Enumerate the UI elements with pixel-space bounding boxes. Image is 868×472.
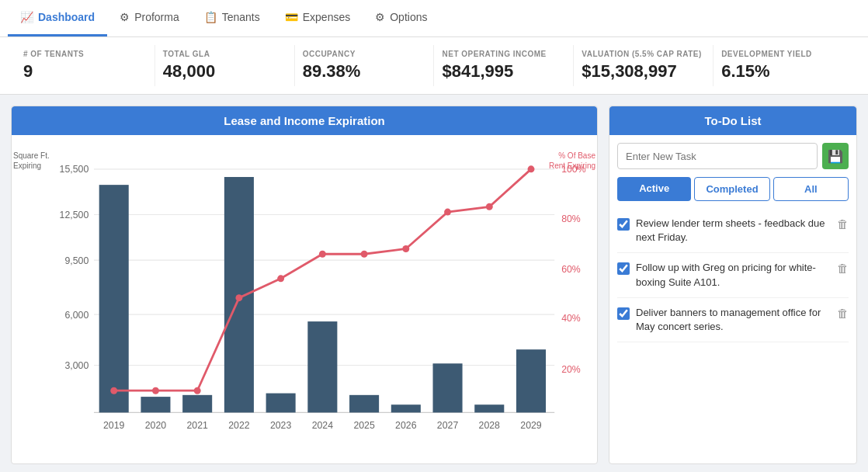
svg-text:2020: 2020 xyxy=(145,420,167,431)
line-dot-2024 xyxy=(319,251,326,258)
svg-text:80%: 80% xyxy=(561,213,581,224)
dashboard-icon: 📈 xyxy=(20,11,33,23)
todo-tabs: Active Completed All xyxy=(609,177,856,209)
stat-noi: NET OPERATING INCOME $841,995 xyxy=(434,45,574,86)
proforma-icon: ⚙ xyxy=(120,11,130,23)
todo-item: Review lender term sheets - feedback due… xyxy=(617,209,849,253)
stat-gla-value: 48,000 xyxy=(163,61,286,82)
bar-2024 xyxy=(307,321,337,412)
chart-panel: Lease and Income Expiration Square Ft.Ex… xyxy=(11,106,598,464)
line-dot-2022 xyxy=(235,294,242,301)
svg-text:60%: 60% xyxy=(561,264,581,275)
stat-valuation: VALUATION (5.5% CAP RATE) $15,308,997 xyxy=(574,45,713,86)
tenants-icon: 📋 xyxy=(204,11,217,23)
todo-save-button[interactable]: 💾 xyxy=(822,143,849,169)
tab-tenants[interactable]: 📋 Tenants xyxy=(192,0,273,36)
tab-proforma[interactable]: ⚙ Proforma xyxy=(107,0,192,36)
bar-2026 xyxy=(391,404,421,412)
tab-options[interactable]: ⚙ Options xyxy=(363,0,439,36)
tab-expenses[interactable]: 💳 Expenses xyxy=(273,0,363,36)
svg-text:2023: 2023 xyxy=(270,420,292,431)
todo-panel: To-Do List 💾 Active Completed All Review… xyxy=(609,106,857,464)
bar-2023 xyxy=(266,394,296,413)
bar-2027 xyxy=(433,363,463,412)
svg-text:9,500: 9,500 xyxy=(64,255,89,266)
svg-text:40%: 40% xyxy=(561,313,581,324)
stat-noi-value: $841,995 xyxy=(442,61,565,82)
svg-text:12,500: 12,500 xyxy=(60,210,89,220)
bar-2025 xyxy=(349,395,379,413)
stat-yield-label: DEVELOPMENT YIELD xyxy=(721,50,845,58)
todo-text-2: Follow up with Greg on pricing for white… xyxy=(636,261,831,289)
todo-input-row: 💾 xyxy=(609,135,856,177)
todo-input[interactable] xyxy=(617,143,818,169)
stat-occupancy-value: 89.38% xyxy=(303,61,426,82)
todo-text-1: Review lender term sheets - feedback due… xyxy=(636,217,831,245)
svg-text:2028: 2028 xyxy=(479,420,501,431)
line-dot-2020 xyxy=(152,387,159,394)
todo-item: Deliver banners to management office for… xyxy=(617,298,849,342)
expenses-icon: 💳 xyxy=(285,11,298,23)
stat-gla: TOTAL GLA 48,000 xyxy=(155,45,295,86)
todo-check-1[interactable] xyxy=(617,218,630,231)
line-dot-2021 xyxy=(194,387,201,394)
svg-text:2025: 2025 xyxy=(353,420,375,431)
svg-text:2019: 2019 xyxy=(103,420,125,431)
chart-y-right-label: % Of BaseRent Expiring xyxy=(549,151,595,171)
chart-area: Square Ft.Expiring % Of BaseRent Expirin… xyxy=(12,135,597,464)
chart-y-left-label: Square Ft.Expiring xyxy=(13,151,50,171)
bar-2028 xyxy=(474,404,504,412)
tab-options-label: Options xyxy=(390,11,427,23)
bar-2019 xyxy=(99,185,129,412)
tab-expenses-label: Expenses xyxy=(303,11,350,23)
line-dot-2026 xyxy=(402,245,409,252)
stat-tenants-label: # OF TENANTS xyxy=(23,50,147,58)
stats-row: # OF TENANTS 9 TOTAL GLA 48,000 OCCUPANC… xyxy=(0,37,868,95)
tab-dashboard[interactable]: 📈 Dashboard xyxy=(8,0,107,36)
svg-text:2022: 2022 xyxy=(228,420,250,431)
tab-dashboard-label: Dashboard xyxy=(38,11,95,23)
todo-tab-completed[interactable]: Completed xyxy=(694,177,769,201)
todo-delete-1[interactable]: 🗑 xyxy=(837,217,849,231)
svg-text:2029: 2029 xyxy=(520,420,542,431)
line-dot-2019 xyxy=(110,387,117,394)
stat-noi-label: NET OPERATING INCOME xyxy=(442,50,565,58)
todo-title: To-Do List xyxy=(609,106,856,135)
todo-item: Follow up with Greg on pricing for white… xyxy=(617,253,849,297)
line-dot-2029 xyxy=(528,165,535,172)
stat-tenants: # OF TENANTS 9 xyxy=(16,45,155,86)
svg-text:2024: 2024 xyxy=(312,420,334,431)
chart-svg: 15,500 12,500 9,500 6,000 3,000 100% 80%… xyxy=(50,143,589,449)
todo-tab-active[interactable]: Active xyxy=(617,177,691,201)
stat-occupancy: OCCUPANCY 89.38% xyxy=(295,45,435,86)
todo-delete-3[interactable]: 🗑 xyxy=(837,307,849,320)
svg-text:3,000: 3,000 xyxy=(64,360,89,371)
todo-items: Review lender term sheets - feedback due… xyxy=(609,209,856,463)
line-dot-2028 xyxy=(486,203,493,210)
bar-2020 xyxy=(141,397,170,412)
stat-yield-value: 6.15% xyxy=(721,61,845,82)
line-dot-2027 xyxy=(444,209,451,216)
main-content: Lease and Income Expiration Square Ft.Ex… xyxy=(0,95,868,472)
svg-text:2021: 2021 xyxy=(186,420,208,431)
bar-2021 xyxy=(182,395,212,413)
options-icon: ⚙ xyxy=(375,11,385,23)
chart-title: Lease and Income Expiration xyxy=(12,106,597,135)
todo-check-3[interactable] xyxy=(617,307,630,320)
bar-2029 xyxy=(516,349,546,412)
stat-yield: DEVELOPMENT YIELD 6.15% xyxy=(713,45,852,86)
nav-bar: 📈 Dashboard ⚙ Proforma 📋 Tenants 💳 Expen… xyxy=(0,0,868,37)
stat-occupancy-label: OCCUPANCY xyxy=(303,50,426,58)
svg-text:2026: 2026 xyxy=(395,420,417,431)
tab-proforma-label: Proforma xyxy=(134,11,179,23)
stat-gla-label: TOTAL GLA xyxy=(163,50,286,58)
todo-delete-2[interactable]: 🗑 xyxy=(837,262,849,275)
stat-valuation-value: $15,308,997 xyxy=(582,61,705,82)
tab-tenants-label: Tenants xyxy=(222,11,260,23)
svg-text:2027: 2027 xyxy=(437,420,459,431)
todo-text-3: Deliver banners to management office for… xyxy=(636,306,831,334)
todo-check-2[interactable] xyxy=(617,262,630,275)
todo-tab-all[interactable]: All xyxy=(773,177,849,201)
stat-tenants-value: 9 xyxy=(23,61,147,82)
line-dot-2025 xyxy=(361,251,368,258)
